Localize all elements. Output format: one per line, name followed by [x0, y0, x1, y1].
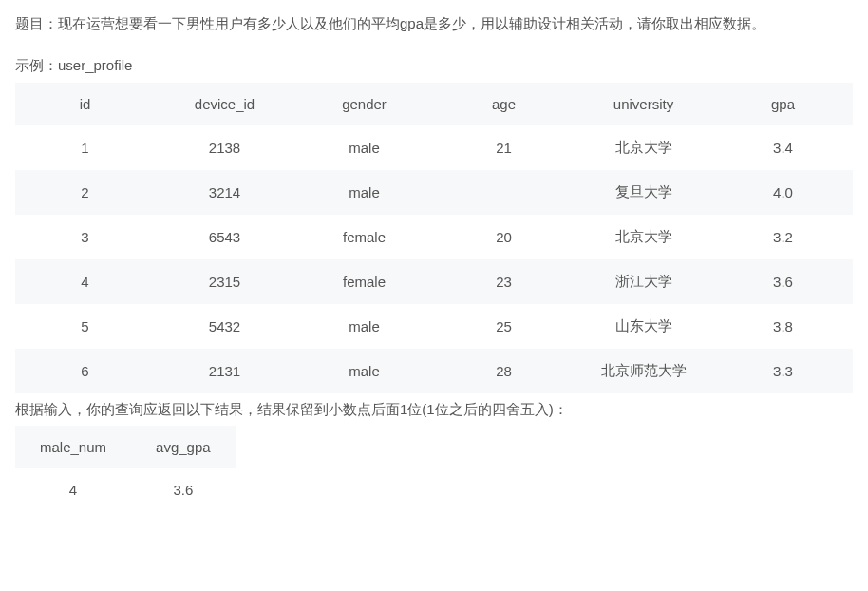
cell: male: [294, 170, 434, 215]
table-row: 1 2138 male 21 北京大学 3.4: [15, 125, 853, 170]
col-age: age: [434, 83, 574, 125]
col-id: id: [15, 83, 155, 125]
cell: 2: [15, 170, 155, 215]
cell: 20: [434, 215, 574, 259]
cell: female: [294, 215, 434, 259]
cell: 3.3: [713, 349, 853, 393]
table-row: 2 3214 male 复旦大学 4.0: [15, 170, 853, 215]
cell: 3.6: [131, 468, 236, 511]
col-gpa: gpa: [713, 83, 853, 125]
cell: 6: [15, 349, 155, 393]
cell: 3: [15, 215, 155, 259]
cell: 3.6: [713, 259, 853, 304]
cell: 28: [434, 349, 574, 393]
cell: 4: [15, 468, 131, 511]
cell: 浙江大学: [574, 259, 713, 304]
cell: female: [294, 259, 434, 304]
table-row: 6 2131 male 28 北京师范大学 3.3: [15, 349, 853, 393]
cell: male: [294, 125, 434, 170]
table-header-row: id device_id gender age university gpa: [15, 83, 853, 125]
table-row: 5 5432 male 25 山东大学 3.8: [15, 304, 853, 349]
cell: 23: [434, 259, 574, 304]
cell: 3.8: [713, 304, 853, 349]
cell: 2138: [155, 125, 294, 170]
cell: 5432: [155, 304, 294, 349]
cell: 4: [15, 259, 155, 304]
cell: 1: [15, 125, 155, 170]
question-text: 题目：现在运营想要看一下男性用户有多少人以及他们的平均gpa是多少，用以辅助设计…: [15, 11, 853, 36]
cell: 6543: [155, 215, 294, 259]
col-device-id: device_id: [155, 83, 294, 125]
cell: 3214: [155, 170, 294, 215]
table-row: 4 2315 female 23 浙江大学 3.6: [15, 259, 853, 304]
cell: 北京大学: [574, 215, 713, 259]
cell: 4.0: [713, 170, 853, 215]
table-row: 4 3.6: [15, 468, 236, 511]
col-gender: gender: [294, 83, 434, 125]
example-label: 示例：user_profile: [15, 53, 853, 78]
table-row: 3 6543 female 20 北京大学 3.2: [15, 215, 853, 259]
col-male-num: male_num: [15, 426, 131, 468]
cell: 山东大学: [574, 304, 713, 349]
cell: 3.2: [713, 215, 853, 259]
example-table: id device_id gender age university gpa 1…: [15, 83, 853, 393]
cell: 北京大学: [574, 125, 713, 170]
col-university: university: [574, 83, 713, 125]
cell: male: [294, 304, 434, 349]
cell: 2131: [155, 349, 294, 393]
cell: 复旦大学: [574, 170, 713, 215]
question-body: 现在运营想要看一下男性用户有多少人以及他们的平均gpa是多少，用以辅助设计相关活…: [58, 15, 765, 31]
result-table: male_num avg_gpa 4 3.6: [15, 426, 236, 511]
question-prefix: 题目：: [15, 15, 58, 31]
table-header-row: male_num avg_gpa: [15, 426, 236, 468]
cell: [434, 170, 574, 215]
col-avg-gpa: avg_gpa: [131, 426, 236, 468]
cell: male: [294, 349, 434, 393]
cell: 北京师范大学: [574, 349, 713, 393]
cell: 21: [434, 125, 574, 170]
cell: 2315: [155, 259, 294, 304]
result-description: 根据输入，你的查询应返回以下结果，结果保留到小数点后面1位(1位之后的四舍五入)…: [15, 397, 853, 422]
cell: 5: [15, 304, 155, 349]
cell: 25: [434, 304, 574, 349]
cell: 3.4: [713, 125, 853, 170]
